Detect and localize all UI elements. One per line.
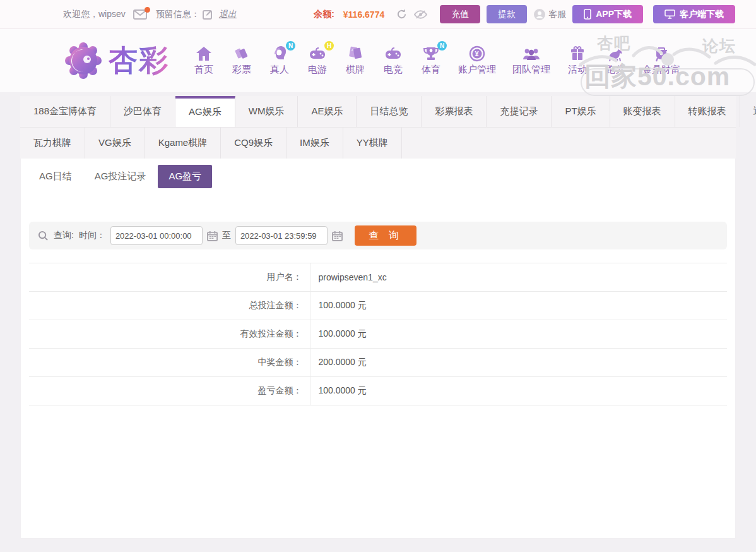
- query-label: 查询:: [54, 230, 74, 241]
- to-label: 至: [222, 230, 231, 241]
- welcome-text: 欢迎您，wipsev: [63, 9, 126, 20]
- tab-chongti[interactable]: 充提记录: [487, 96, 552, 127]
- ding-icon: [653, 45, 670, 62]
- service-label: 客服: [548, 9, 566, 20]
- nav-item-esports[interactable]: 电竞: [382, 45, 404, 76]
- profit-loss-table: 用户名： prowipseven1_xc 总投注金额： 100.0000 元 有…: [29, 263, 727, 405]
- row-value: 100.0000 元: [310, 377, 727, 405]
- tab-row-1: 188金宝博体育 沙巴体育 AG娱乐 WM娱乐 AE娱乐 日结总览 彩票报表 充…: [20, 96, 736, 128]
- deposit-button[interactable]: 充值: [440, 5, 480, 23]
- tab-cq9[interactable]: CQ9娱乐: [221, 128, 286, 159]
- nav-item-activity[interactable]: 活动: [567, 45, 588, 76]
- subtab-ag-yingkui[interactable]: AG盈亏: [158, 165, 212, 188]
- tab-zhuanzhang[interactable]: 转账报表: [675, 96, 740, 127]
- tab-row-2: 瓦力棋牌 VG娱乐 Kgame棋牌 CQ9娱乐 IM娱乐 YY棋牌: [20, 128, 736, 159]
- nav-item-lottery[interactable]: 彩票: [231, 45, 252, 76]
- egame-gamepad-icon: H: [308, 45, 327, 62]
- site-header: 杏彩 首页 彩票 N 真人 H 电游: [0, 29, 756, 92]
- tab-wm[interactable]: WM娱乐: [235, 96, 298, 127]
- subtab-ag-rijie[interactable]: AG日结: [28, 165, 83, 188]
- main-nav: 首页 彩票 N 真人 H 电游 A 棋牌: [193, 45, 680, 76]
- calendar-icon-end[interactable]: [332, 231, 343, 241]
- tab-ae[interactable]: AE娱乐: [298, 96, 357, 127]
- mail-icon[interactable]: [133, 9, 147, 20]
- app-download-button[interactable]: APP下载: [572, 5, 643, 23]
- tab-pt[interactable]: PT娱乐: [552, 96, 610, 127]
- tab-shaba[interactable]: 沙巴体育: [110, 96, 175, 127]
- row-value: 200.0000 元: [310, 349, 727, 377]
- query-button[interactable]: 查 询: [355, 225, 416, 246]
- balance-amount: ¥116.6774: [343, 9, 384, 20]
- withdraw-button[interactable]: 提款: [487, 5, 527, 23]
- monitor-icon: [664, 9, 675, 19]
- client-download-button[interactable]: 客户端下载: [653, 5, 735, 23]
- tab-ag-active[interactable]: AG娱乐: [175, 96, 235, 127]
- tab-yy[interactable]: YY棋牌: [343, 128, 402, 159]
- start-time-input[interactable]: [110, 226, 203, 245]
- table-row-win-amount: 中奖金额： 200.0000 元: [29, 349, 727, 377]
- row-label: 有效投注金额：: [29, 320, 310, 349]
- search-icon: [38, 231, 49, 241]
- notification-dot: [145, 7, 150, 13]
- logout-link[interactable]: 退出: [219, 9, 237, 20]
- row-value: prowipseven1_xc: [310, 263, 727, 292]
- tab-vg[interactable]: VG娱乐: [85, 128, 145, 159]
- live-person-icon: N: [271, 45, 288, 62]
- eye-hide-icon[interactable]: [414, 9, 427, 20]
- subtab-ag-touzhu[interactable]: AG投注记录: [84, 165, 157, 188]
- row-label: 总投注金额：: [29, 292, 310, 320]
- ticket-icon: [233, 45, 251, 62]
- nav-item-paofen[interactable]: 跑分: [605, 45, 626, 76]
- logo-flower-icon: [63, 40, 103, 81]
- end-time-input[interactable]: [235, 226, 328, 245]
- trophy-icon: N: [422, 45, 440, 62]
- table-row-profit-loss: 盈亏金额： 100.0000 元: [29, 377, 727, 405]
- nav-item-sports[interactable]: N 体育: [420, 45, 442, 76]
- edit-icon[interactable]: [203, 9, 213, 20]
- tab-zhangbian[interactable]: 账变报表: [610, 96, 675, 127]
- badge-n: N: [437, 41, 447, 51]
- ag-subtabs: AG日结 AG投注记录 AG盈亏: [21, 159, 735, 188]
- query-bar: 查询: 时间： 至 查 询: [29, 222, 727, 249]
- badge-h: H: [324, 41, 334, 51]
- nav-item-home[interactable]: 首页: [193, 45, 215, 76]
- row-label: 用户名：: [29, 263, 310, 292]
- tab-im[interactable]: IM娱乐: [286, 128, 343, 159]
- watermark-word2: 论坛: [702, 35, 736, 56]
- tab-rijie[interactable]: 日结总览: [357, 96, 422, 127]
- tab-caipiao[interactable]: 彩票报表: [422, 96, 487, 127]
- nav-item-jinding[interactable]: 金鼎财富: [642, 45, 680, 76]
- tab-kgame[interactable]: Kgame棋牌: [145, 128, 221, 159]
- nav-item-live[interactable]: N 真人: [269, 45, 290, 76]
- top-bar: 欢迎您，wipsev 预留信息： 退出 余额: ¥116.6774 充值 提款 …: [0, 0, 756, 29]
- tab-wali[interactable]: 瓦力棋牌: [20, 128, 85, 159]
- tab-188jinbaobo[interactable]: 188金宝博体育: [20, 96, 110, 127]
- nav-item-account[interactable]: ¥ 账户管理: [458, 45, 496, 76]
- team-icon: [522, 45, 541, 62]
- logo-text: 杏彩: [109, 41, 169, 80]
- report-tabbar: 188金宝博体育 沙巴体育 AG娱乐 WM娱乐 AE娱乐 日结总览 彩票报表 充…: [20, 96, 736, 159]
- table-row-valid-bet: 有效投注金额： 100.0000 元: [29, 320, 727, 349]
- table-row-username: 用户名： prowipseven1_xc: [29, 263, 727, 292]
- customer-service-button[interactable]: 客服: [533, 8, 566, 21]
- nav-item-boardgames[interactable]: A 棋牌: [345, 45, 366, 76]
- cards-icon: A: [347, 45, 363, 62]
- balance-label: 余额:: [314, 9, 334, 20]
- row-value: 100.0000 元: [310, 292, 727, 320]
- esports-gamepad-icon: [384, 45, 403, 62]
- refresh-icon[interactable]: [396, 8, 408, 20]
- tab-fandian[interactable]: 返点总额: [740, 96, 756, 127]
- calendar-icon-start[interactable]: [207, 231, 218, 241]
- table-row-total-bet: 总投注金额： 100.0000 元: [29, 292, 727, 320]
- row-label: 中奖金额：: [29, 349, 310, 377]
- badge-n: N: [286, 41, 295, 51]
- svg-text:¥: ¥: [475, 50, 479, 57]
- content-panel: AG日结 AG投注记录 AG盈亏 查询: 时间： 至 查 询 用户名： prow…: [20, 159, 736, 539]
- horse-icon: [606, 45, 625, 62]
- site-logo[interactable]: 杏彩: [63, 40, 169, 81]
- yuan-coin-icon: ¥: [469, 45, 485, 62]
- home-icon: [195, 45, 213, 62]
- nav-item-team[interactable]: 团队管理: [512, 45, 550, 76]
- nav-item-egames[interactable]: H 电游: [307, 45, 328, 76]
- gift-icon: [569, 45, 586, 62]
